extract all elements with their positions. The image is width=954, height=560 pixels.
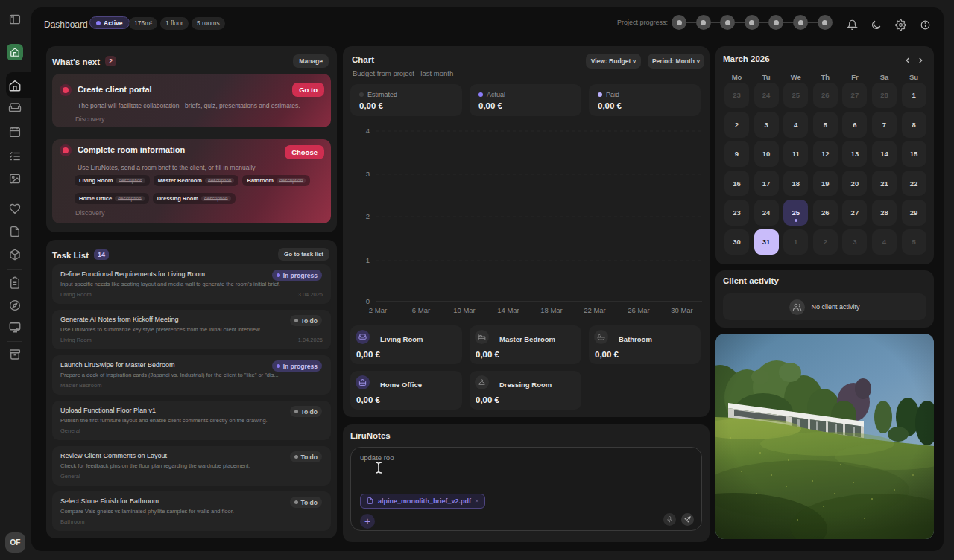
svg-text:22 Mar: 22 Mar <box>584 306 606 314</box>
svg-text:18 Mar: 18 Mar <box>540 306 563 314</box>
svg-text:4: 4 <box>366 127 370 135</box>
svg-text:14 Mar: 14 Mar <box>497 306 519 314</box>
svg-text:26 Mar: 26 Mar <box>628 306 650 314</box>
svg-text:0: 0 <box>366 297 370 305</box>
svg-text:1: 1 <box>366 256 370 264</box>
svg-text:30 Mar: 30 Mar <box>671 306 693 314</box>
svg-text:3: 3 <box>366 170 370 178</box>
svg-text:10 Mar: 10 Mar <box>453 306 476 314</box>
svg-text:2 Mar: 2 Mar <box>369 306 387 314</box>
svg-text:6 Mar: 6 Mar <box>412 306 430 314</box>
svg-text:2: 2 <box>366 212 370 220</box>
